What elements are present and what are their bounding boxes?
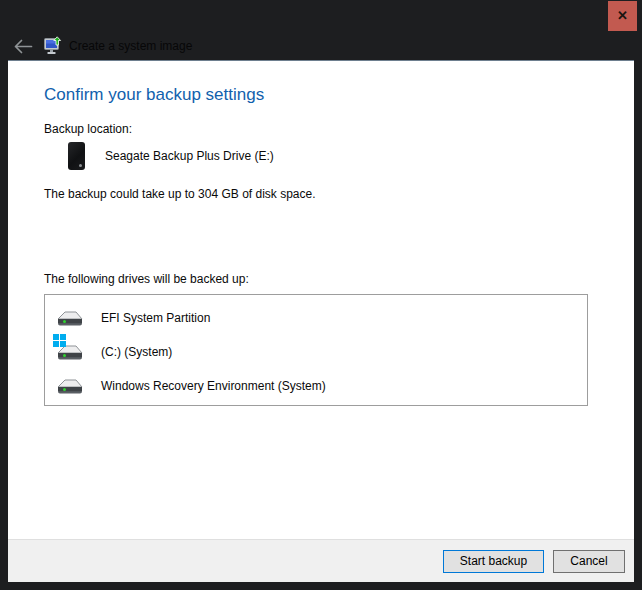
window-title: Create a system image	[69, 39, 192, 53]
system-image-app-icon	[43, 36, 63, 57]
drives-listbox: EFI System Partition (C:) (System)	[44, 294, 588, 406]
backup-target-name: Seagate Backup Plus Drive (E:)	[105, 149, 274, 163]
back-arrow-icon[interactable]	[13, 38, 33, 54]
drive-list-item: (C:) (System)	[45, 335, 587, 369]
page-title: Confirm your backup settings	[44, 85, 264, 105]
external-drive-icon	[68, 142, 85, 170]
drive-list-item: Windows Recovery Environment (System)	[45, 369, 587, 403]
drive-list-item: EFI System Partition	[45, 301, 587, 335]
drive-name: EFI System Partition	[101, 311, 210, 325]
backup-location-label: Backup location:	[44, 122, 132, 136]
nav-row: Create a system image	[0, 32, 642, 60]
backup-target-row: Seagate Backup Plus Drive (E:)	[68, 142, 274, 170]
start-backup-button[interactable]: Start backup	[443, 550, 544, 573]
hard-drive-windows-icon	[57, 343, 83, 362]
disk-space-note: The backup could take up to 304 GB of di…	[44, 187, 316, 201]
cancel-button[interactable]: Cancel	[553, 550, 625, 573]
hard-drive-icon	[57, 377, 83, 396]
windows-logo-badge	[53, 334, 66, 347]
footer-bar: Start backup Cancel	[8, 539, 634, 582]
drive-name: Windows Recovery Environment (System)	[101, 379, 326, 393]
wizard-content: Confirm your backup settings Backup loca…	[8, 60, 634, 539]
hard-drive-icon	[57, 309, 83, 328]
close-button[interactable]: ✕	[608, 1, 637, 31]
create-system-image-window: ✕ Create a system image Confirm	[0, 0, 642, 590]
titlebar[interactable]: ✕ Create a system image	[0, 0, 642, 60]
drives-list-label: The following drives will be backed up:	[44, 272, 249, 286]
drive-name: (C:) (System)	[101, 345, 172, 359]
